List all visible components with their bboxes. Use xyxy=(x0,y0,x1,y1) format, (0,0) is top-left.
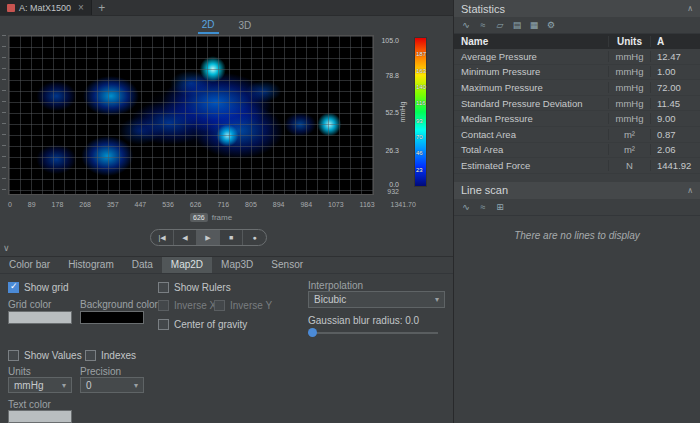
interpolation-label: Interpolation xyxy=(308,280,363,291)
record-button[interactable]: ● xyxy=(243,230,266,245)
colorbar-label: 78.8 xyxy=(385,71,399,78)
settings-tabbar: Color bar Histogram Data Map2D Map3D Sen… xyxy=(0,257,453,274)
interpolation-dropdown[interactable]: Bicubic ▾ xyxy=(308,291,445,308)
line-scan-title: Line scan xyxy=(461,184,508,196)
stat-units: mmHg xyxy=(608,82,650,93)
colorbar-min-label: 0.0 xyxy=(389,181,399,188)
gear-icon[interactable]: ⚙ xyxy=(544,19,558,32)
map2d-settings: Show grid Grid color Background color Sh… xyxy=(0,274,453,423)
stat-name: Standard Pressure Deviation xyxy=(454,98,608,109)
tab-map3d[interactable]: Map3D xyxy=(212,257,262,273)
stat-value: 1.00 xyxy=(650,66,700,77)
add-tab-button[interactable]: + xyxy=(92,0,112,15)
timeline-tick: 984 xyxy=(300,201,312,208)
show-values-checkbox[interactable]: Show Values xyxy=(8,350,82,361)
tab-map2d[interactable]: Map2D xyxy=(162,257,212,273)
table-row[interactable]: Minimum Pressure mmHg 1.00 xyxy=(454,65,700,81)
checkbox-checked-icon xyxy=(8,282,19,293)
background-color-label: Background color xyxy=(80,299,158,310)
gaussian-blur-label: Gaussian blur radius: 0.0 xyxy=(308,315,419,326)
table-row[interactable]: Contact Area m² 0.87 xyxy=(454,127,700,143)
units-dropdown[interactable]: mmHg ▾ xyxy=(8,377,72,393)
show-grid-checkbox[interactable]: Show grid xyxy=(8,282,68,293)
document-tab[interactable]: A: MatX1500 × xyxy=(0,0,92,15)
frame-indicator[interactable]: 626 frame xyxy=(190,213,232,222)
play-button[interactable]: ▶ xyxy=(197,230,220,245)
indexes-checkbox[interactable]: Indexes xyxy=(85,350,136,361)
timeline-tick: 805 xyxy=(245,201,257,208)
statistics-toolbar: ∿ ≈ ▱ ▤ ▦ ⚙ xyxy=(454,17,700,34)
checkbox-icon xyxy=(214,300,225,311)
colorbar-gradient-strip[interactable]: 187 163 140 116 93 70 46 23 xyxy=(414,37,427,187)
inverse-y-checkbox[interactable]: Inverse Y xyxy=(214,300,272,311)
show-values-label: Show Values xyxy=(24,350,82,361)
text-color-swatch[interactable] xyxy=(8,410,72,423)
stat-units: N xyxy=(608,160,650,171)
tab-color-bar[interactable]: Color bar xyxy=(0,257,59,273)
rows-icon[interactable]: ▤ xyxy=(510,19,524,32)
table-row[interactable]: Estimated Force N 1441.92 xyxy=(454,158,700,174)
slider-thumb[interactable] xyxy=(308,328,317,337)
collapse-line-scan-icon[interactable]: ∧ xyxy=(687,186,693,195)
pulse-icon[interactable]: ∿ xyxy=(459,19,473,32)
slider-track[interactable] xyxy=(308,332,438,334)
indexes-label: Indexes xyxy=(101,350,136,361)
current-frame-value[interactable]: 626 xyxy=(190,213,208,222)
grid-icon[interactable]: ▦ xyxy=(527,19,541,32)
close-tab-icon[interactable]: × xyxy=(78,2,84,13)
table-row[interactable]: Average Pressure mmHg 12.47 xyxy=(454,49,700,65)
table-row[interactable]: Maximum Pressure mmHg 72.00 xyxy=(454,80,700,96)
inverse-x-label: Inverse X xyxy=(174,300,216,311)
timeline-ruler[interactable]: 0 89 178 268 357 447 536 626 716 805 894… xyxy=(8,201,416,208)
table-row[interactable]: Median Pressure mmHg 9.00 xyxy=(454,111,700,127)
column-name: Name xyxy=(454,36,608,47)
line-scan-header[interactable]: Line scan ∧ xyxy=(454,182,700,199)
tab-sensor[interactable]: Sensor xyxy=(262,257,312,273)
inverse-x-checkbox[interactable]: Inverse X xyxy=(158,300,216,311)
map-settings-panel: Color bar Histogram Data Map2D Map3D Sen… xyxy=(0,256,453,423)
table-row[interactable]: Standard Pressure Deviation mmHg 11.45 xyxy=(454,96,700,112)
show-rulers-checkbox[interactable]: Show Rulers xyxy=(158,282,231,293)
collapse-bottom-panel-icon[interactable]: ∨ xyxy=(3,243,10,253)
timeline-tick: 626 xyxy=(190,201,202,208)
document-tabbar: A: MatX1500 × + xyxy=(0,0,453,16)
colorbar-tick: 116 xyxy=(416,100,426,106)
stat-name: Estimated Force xyxy=(454,160,608,171)
center-of-gravity-checkbox[interactable]: Center of gravity xyxy=(158,319,247,330)
view-2d-button[interactable]: 2D xyxy=(198,18,219,34)
statistics-header[interactable]: Statistics ∧ xyxy=(454,0,700,17)
inverse-y-label: Inverse Y xyxy=(230,300,272,311)
add-line-icon[interactable]: ⊞ xyxy=(493,200,507,213)
pressure-heatmap-canvas[interactable] xyxy=(8,35,374,195)
colorbar-tick: 93 xyxy=(416,118,423,124)
colorbar-unit-label: mmHg xyxy=(399,102,406,123)
step-back-button[interactable]: ◀ xyxy=(174,230,197,245)
gaussian-blur-slider[interactable] xyxy=(308,328,438,337)
curves-icon[interactable]: ≈ xyxy=(476,200,490,213)
precision-label: Precision xyxy=(80,366,121,377)
timeline-tick: 536 xyxy=(162,201,174,208)
side-panels: Statistics ∧ ∿ ≈ ▱ ▤ ▦ ⚙ Name Units A Av… xyxy=(453,0,700,423)
y-axis-ruler xyxy=(2,35,6,195)
tab-histogram[interactable]: Histogram xyxy=(59,257,123,273)
view-mode-toggle: 2D 3D xyxy=(0,17,453,34)
stat-units: m² xyxy=(608,129,650,140)
checkbox-icon xyxy=(158,319,169,330)
grid-color-label: Grid color xyxy=(8,299,51,310)
stop-button[interactable]: ■ xyxy=(220,230,243,245)
view-3d-button[interactable]: 3D xyxy=(235,19,256,33)
background-color-swatch[interactable] xyxy=(80,311,144,324)
curves-icon[interactable]: ≈ xyxy=(476,19,490,32)
collapse-statistics-icon[interactable]: ∧ xyxy=(687,4,693,13)
stat-name: Total Area xyxy=(454,144,608,155)
first-frame-button[interactable]: |◀ xyxy=(151,230,174,245)
table-row[interactable]: Total Area m² 2.06 xyxy=(454,143,700,159)
stat-name: Average Pressure xyxy=(454,51,608,62)
grid-color-swatch[interactable] xyxy=(8,311,72,324)
area-icon[interactable]: ▱ xyxy=(493,19,507,32)
tab-data[interactable]: Data xyxy=(123,257,162,273)
mat-icon xyxy=(7,4,15,12)
chevron-down-icon: ▾ xyxy=(134,381,138,390)
pulse-icon[interactable]: ∿ xyxy=(459,200,473,213)
precision-dropdown[interactable]: 0 ▾ xyxy=(80,377,144,393)
